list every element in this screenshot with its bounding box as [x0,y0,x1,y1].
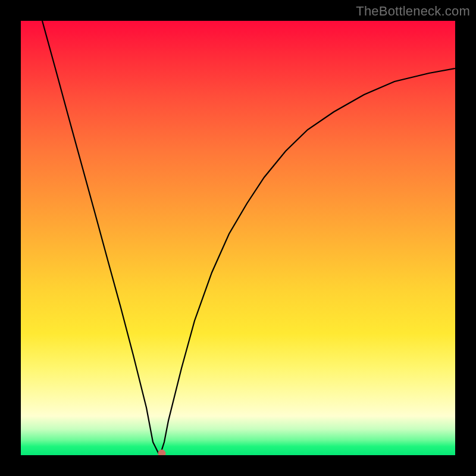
plot-area [21,21,455,455]
min-marker-dot [158,450,166,456]
watermark-text: TheBottleneck.com [356,4,470,19]
curve-path [42,21,455,455]
chart-frame: TheBottleneck.com [0,0,476,476]
bottleneck-curve [21,21,455,455]
